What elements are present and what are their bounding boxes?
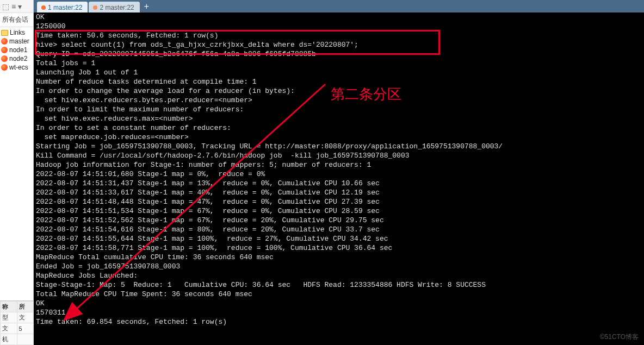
tree-item-label: wt-ecs: [9, 64, 28, 71]
tab-label: 1 master:22: [48, 4, 82, 11]
tree-item-label: node2: [9, 55, 27, 62]
terminal-line: 2022-08-07 14:51:55,644 Stage-1 map = 10…: [36, 234, 642, 243]
terminal-line: Ended Job = job_1659751390788_0003: [36, 262, 642, 271]
terminal-line: Launching Job 1 out of 1: [36, 68, 642, 77]
tab-bar: 1 master:22 2 master:22 +: [34, 0, 644, 12]
tree-item-label: Links: [10, 29, 25, 36]
grid-cell: 文: [1, 323, 17, 334]
terminal-line: 2022-08-07 14:51:33,617 Stage-1 map = 40…: [36, 188, 642, 197]
grid-cell: 5: [17, 323, 34, 334]
session-tree: Links master node1 node2 wt-ecs: [0, 27, 33, 73]
terminal-line: 2022-08-07 14:51:51,534 Stage-1 map = 67…: [36, 206, 642, 216]
tree-item-wt-ecs[interactable]: wt-ecs: [1, 63, 32, 72]
tree-item-label: master: [9, 37, 29, 45]
grid-cell: [17, 334, 34, 345]
tree-item-node2[interactable]: node2: [1, 54, 32, 63]
terminal-line: Starting Job = job_1659751390788_0003, T…: [36, 142, 642, 151]
terminal-line: In order to change the average load for …: [36, 86, 642, 96]
terminal-line: 2022-08-07 14:51:48,448 Stage-1 map = 47…: [36, 197, 642, 206]
toolbar-icon-1[interactable]: ⬚: [2, 2, 9, 11]
terminal-line: 2022-08-07 14:51:58,771 Stage-1 map = 10…: [36, 243, 642, 253]
tab-label: 2 master:22: [100, 4, 134, 11]
tree-item-label: node1: [9, 46, 27, 54]
terminal-output[interactable]: OK1250000Time taken: 50.6 seconds, Fetch…: [34, 12, 644, 345]
grid-cell: 型: [1, 312, 17, 323]
terminal-line: set hive.exec.reducers.max=<number>: [36, 114, 642, 123]
terminal-line: hive> select count(1) from ods_t_ga_hjxx…: [36, 40, 642, 49]
grid-cell: 机: [1, 334, 17, 345]
session-status-icon: [41, 5, 46, 10]
terminal-line: In order to set a constant number of red…: [36, 123, 642, 133]
new-tab-button[interactable]: +: [141, 2, 152, 12]
grid-cell: 文: [17, 312, 34, 323]
tree-item-master[interactable]: master: [1, 37, 32, 46]
tree-item-links[interactable]: Links: [1, 28, 32, 37]
toolbar-icon-2[interactable]: ≡: [11, 2, 16, 11]
grid-header-2: 所: [17, 302, 34, 312]
tree-item-node1[interactable]: node1: [1, 46, 32, 54]
terminal-line: 2022-08-07 14:51:52,562 Stage-1 map = 67…: [36, 216, 642, 225]
grid-header-1: 称: [1, 302, 17, 312]
terminal-line: 2022-08-07 14:51:01,680 Stage-1 map = 0%…: [36, 170, 642, 179]
terminal-line: Time taken: 50.6 seconds, Fetched: 1 row…: [36, 31, 642, 40]
terminal-line: OK: [36, 12, 642, 22]
session-icon: [1, 64, 8, 71]
sidebar: ⬚ ≡ ▾ 所有会话 Links master node1 node2 wt-e…: [0, 0, 34, 345]
watermark: ©51CTO博客: [600, 333, 639, 342]
terminal-line: OK: [36, 299, 642, 308]
terminal-line: Number of reduce tasks determined at com…: [36, 77, 642, 86]
terminal-line: 1250000: [36, 22, 642, 31]
terminal-line: MapReduce Total cumulative CPU time: 36 …: [36, 253, 642, 262]
session-icon: [1, 55, 8, 62]
folder-icon: [1, 30, 8, 36]
tab-master-1[interactable]: 1 master:22: [37, 2, 88, 12]
toolbar-icon-3[interactable]: ▾: [18, 2, 22, 11]
session-status-icon: [93, 5, 97, 10]
tab-master-2[interactable]: 2 master:22: [89, 2, 139, 12]
session-icon: [1, 47, 8, 53]
terminal-line: 2022-08-07 14:51:54,616 Stage-1 map = 80…: [36, 225, 642, 234]
terminal-line: 2022-08-07 14:51:31,437 Stage-1 map = 13…: [36, 179, 642, 188]
terminal-line: Kill Command = /usr/local/soft/hadoop-2.…: [36, 151, 642, 160]
session-icon: [1, 38, 8, 45]
terminal-line: Total jobs = 1: [36, 59, 642, 68]
terminal-line: 1570311: [36, 308, 642, 317]
terminal-line: Stage-Stage-1: Map: 5 Reduce: 1 Cumulati…: [36, 280, 642, 290]
sessions-label: 所有会话: [0, 13, 33, 27]
terminal-line: In order to limit the maximum number of …: [36, 105, 642, 114]
terminal-line: set mapreduce.job.reduces=<number>: [36, 133, 642, 142]
terminal-line: Hadoop job information for Stage-1: numb…: [36, 160, 642, 170]
terminal-line: Query ID = ods_20220807145051_b2e6476f-f…: [36, 49, 642, 59]
terminal-line: MapReduce Jobs Launched:: [36, 271, 642, 280]
terminal-line: Time taken: 69.854 seconds, Fetched: 1 r…: [36, 317, 642, 327]
properties-grid: 称 所 型 文 文 5 机: [0, 300, 34, 345]
terminal-line: set hive.exec.reducers.bytes.per.reducer…: [36, 96, 642, 105]
terminal-line: Total MapReduce CPU Time Spent: 36 secon…: [36, 290, 642, 299]
sidebar-toolbar: ⬚ ≡ ▾: [0, 0, 33, 13]
